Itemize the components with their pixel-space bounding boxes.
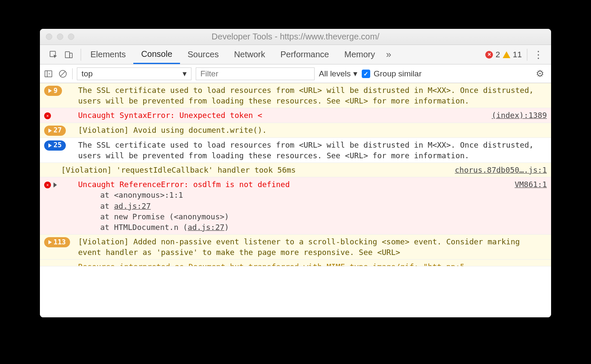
console-row[interactable]: 113[Violation] Added non-passive event l… (40, 235, 551, 260)
context-value: top (82, 69, 93, 78)
tab-elements[interactable]: Elements (83, 45, 133, 64)
row-message: Uncaught ReferenceError: osdlfm is not d… (78, 179, 506, 232)
tab-sources[interactable]: Sources (180, 45, 226, 64)
group-count-pill[interactable]: 25 (44, 140, 66, 151)
clear-console-icon[interactable] (58, 69, 68, 79)
group-count-pill[interactable]: 113 (44, 237, 70, 247)
svg-rect-1 (65, 51, 70, 58)
console-log-area: 9The SSL certificate used to load resour… (40, 83, 551, 317)
zoom-window-button[interactable] (68, 34, 74, 40)
row-message: [Violation] 'requestIdleCallback' handle… (61, 165, 446, 175)
chevron-down-icon: ▾ (353, 69, 357, 78)
row-gutter: 25 (44, 140, 78, 161)
more-options-icon[interactable]: ⋮ (529, 49, 548, 61)
row-message: [Violation] Added non-passive event list… (78, 236, 547, 258)
row-gutter: 27 (44, 125, 78, 136)
svg-rect-2 (70, 53, 72, 58)
group-count-pill[interactable]: 27 (44, 126, 66, 136)
group-similar-label: Group similar (374, 69, 422, 78)
devtools-window: Developer Tools - https://www.theverge.c… (40, 29, 551, 317)
row-gutter: 9 (44, 85, 78, 106)
expand-arrow-icon[interactable] (53, 182, 57, 188)
more-tabs-icon[interactable]: » (383, 49, 394, 60)
device-toolbar-icon[interactable] (64, 50, 74, 60)
error-icon (485, 51, 493, 59)
group-count-pill[interactable]: 9 (44, 86, 62, 96)
chevron-down-icon: ▾ (183, 69, 187, 78)
error-icon (44, 112, 51, 119)
console-row[interactable]: Uncaught ReferenceError: osdlfm is not d… (40, 177, 551, 235)
row-gutter (44, 261, 78, 266)
panel-tabs: ElementsConsoleSourcesNetworkPerformance… (40, 45, 551, 64)
source-link[interactable]: VM861:1 (506, 179, 547, 232)
svg-line-7 (61, 71, 65, 76)
row-message: Uncaught SyntaxError: Unexpected token < (78, 110, 483, 120)
tab-memory[interactable]: Memory (337, 45, 383, 64)
svg-rect-3 (45, 70, 52, 77)
console-row[interactable]: 9The SSL certificate used to load resour… (40, 83, 551, 108)
close-window-button[interactable] (46, 34, 52, 40)
console-row[interactable]: [Violation] 'requestIdleCallback' handle… (40, 163, 551, 177)
row-message: The SSL certificate used to load resourc… (78, 85, 547, 106)
log-level-value: All levels (319, 69, 351, 78)
warning-count: 11 (513, 50, 522, 59)
console-row[interactable]: Uncaught SyntaxError: Unexpected token <… (40, 108, 551, 123)
console-row[interactable]: 25The SSL certificate used to load resou… (40, 138, 551, 163)
console-settings-icon[interactable]: ⚙ (532, 68, 548, 79)
source-link[interactable]: chorus.87db050….js:1 (446, 165, 547, 175)
row-message: Resource interpreted as Document but tra… (78, 261, 547, 266)
window-titlebar: Developer Tools - https://www.theverge.c… (40, 29, 551, 45)
filter-input[interactable] (196, 67, 315, 80)
checkbox-checked-icon (362, 70, 370, 78)
error-warning-summary[interactable]: 2 11 (482, 50, 525, 59)
row-message: [Violation] Avoid using document.write()… (78, 125, 547, 136)
row-gutter: 113 (44, 236, 78, 258)
toggle-sidebar-icon[interactable] (43, 69, 53, 79)
window-title: Developer Tools - https://www.theverge.c… (40, 32, 551, 42)
row-gutter (44, 165, 61, 175)
inspect-element-icon[interactable] (48, 50, 59, 60)
minimize-window-button[interactable] (57, 34, 63, 40)
group-similar-checkbox[interactable]: Group similar (362, 69, 422, 78)
row-message: The SSL certificate used to load resourc… (78, 140, 547, 161)
tab-performance[interactable]: Performance (273, 45, 337, 64)
log-level-selector[interactable]: All levels ▾ (319, 69, 357, 78)
traffic-lights (46, 34, 74, 40)
row-gutter (44, 179, 78, 232)
row-gutter (44, 110, 78, 120)
svg-marker-5 (49, 73, 50, 75)
tab-network[interactable]: Network (226, 45, 273, 64)
source-link[interactable]: (index):1389 (483, 110, 547, 120)
console-toolbar: top ▾ All levels ▾ Group similar ⚙ (40, 64, 551, 83)
console-row[interactable]: 27[Violation] Avoid using document.write… (40, 123, 551, 138)
tab-console[interactable]: Console (133, 45, 180, 64)
error-icon (44, 182, 51, 188)
warning-icon (503, 51, 510, 58)
console-row[interactable]: Resource interpreted as Document but tra… (40, 260, 551, 266)
error-count: 2 (495, 50, 500, 59)
context-selector[interactable]: top ▾ (77, 67, 191, 80)
